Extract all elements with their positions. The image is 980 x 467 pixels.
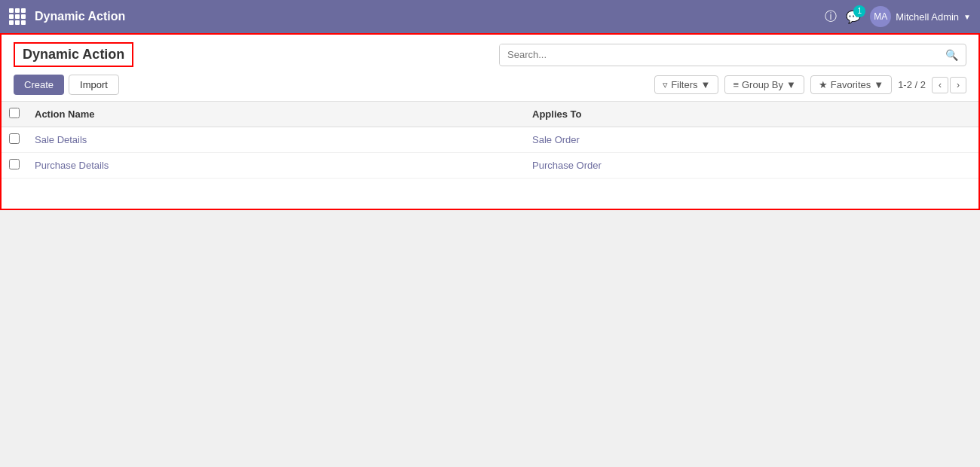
- group-by-chevron-icon: ▼: [786, 79, 796, 90]
- group-by-icon: ≡: [733, 79, 739, 90]
- filter-icon: ▿: [663, 79, 668, 90]
- cell-action-name[interactable]: Purchase Details: [27, 153, 525, 179]
- table-empty-area: [2, 179, 978, 209]
- table-header-row: Action Name Applies To: [2, 102, 978, 127]
- search-input[interactable]: [500, 44, 938, 65]
- main-content: Dynamic Action 🔍 Create Import ▿ Filters…: [0, 33, 980, 210]
- data-table: Action Name Applies To Sale Details Sale…: [2, 102, 978, 179]
- user-menu[interactable]: MA Mitchell Admin ▼: [870, 6, 971, 27]
- star-icon: ★: [819, 79, 828, 90]
- help-icon-button[interactable]: ⓘ: [825, 9, 837, 25]
- search-icon: 🔍: [945, 49, 958, 61]
- apps-menu-icon[interactable]: [9, 8, 26, 25]
- pagination-nav: ‹ ›: [932, 77, 966, 93]
- header-checkbox-cell: [2, 102, 27, 127]
- column-applies-to: Applies To: [525, 102, 978, 127]
- navbar: Dynamic Action ⓘ 💬 1 MA Mitchell Admin ▼: [0, 0, 980, 33]
- page-title: Dynamic Action: [14, 42, 133, 67]
- navbar-actions: ⓘ 💬 1 MA Mitchell Admin ▼: [825, 6, 971, 27]
- navbar-title: Dynamic Action: [35, 10, 825, 23]
- favorites-button[interactable]: ★ Favorites ▼: [810, 75, 892, 94]
- row-checkbox-0[interactable]: [9, 133, 20, 144]
- table-row: Sale Details Sale Order: [2, 127, 978, 153]
- table-row: Purchase Details Purchase Order: [2, 153, 978, 179]
- row-checkbox-1[interactable]: [9, 159, 20, 169]
- search-bar: 🔍: [499, 44, 966, 66]
- cell-action-name[interactable]: Sale Details: [27, 127, 525, 153]
- import-button[interactable]: Import: [69, 75, 119, 95]
- row-checkbox-cell: [2, 127, 27, 153]
- chat-icon-button[interactable]: 💬 1: [846, 10, 861, 24]
- filters-chevron-icon: ▼: [701, 79, 711, 90]
- toolbar-left: Create Import: [14, 75, 119, 95]
- cell-applies-to: Sale Order: [525, 127, 978, 153]
- prev-page-button[interactable]: ‹: [932, 77, 948, 93]
- pagination-info: 1-2 / 2: [898, 79, 926, 90]
- filters-button[interactable]: ▿ Filters ▼: [654, 75, 718, 94]
- select-all-checkbox[interactable]: [9, 108, 20, 118]
- toolbar: Create Import ▿ Filters ▼ ≡ Group By ▼ ★…: [2, 72, 978, 102]
- cell-applies-to: Purchase Order: [525, 153, 978, 179]
- favorites-chevron-icon: ▼: [874, 79, 884, 90]
- chat-badge: 1: [853, 5, 865, 17]
- sub-header: Dynamic Action 🔍: [2, 35, 978, 72]
- search-button[interactable]: 🔍: [938, 44, 966, 66]
- create-button[interactable]: Create: [14, 75, 64, 95]
- row-checkbox-cell: [2, 153, 27, 179]
- group-by-button[interactable]: ≡ Group By ▼: [724, 75, 804, 94]
- help-circle-icon: ⓘ: [825, 9, 837, 25]
- username-label: Mitchell Admin: [896, 11, 959, 23]
- column-action-name: Action Name: [27, 102, 525, 127]
- next-page-button[interactable]: ›: [950, 77, 966, 93]
- chevron-down-icon: ▼: [963, 13, 971, 21]
- toolbar-right: ▿ Filters ▼ ≡ Group By ▼ ★ Favorites ▼ 1…: [654, 75, 966, 94]
- avatar: MA: [870, 6, 891, 27]
